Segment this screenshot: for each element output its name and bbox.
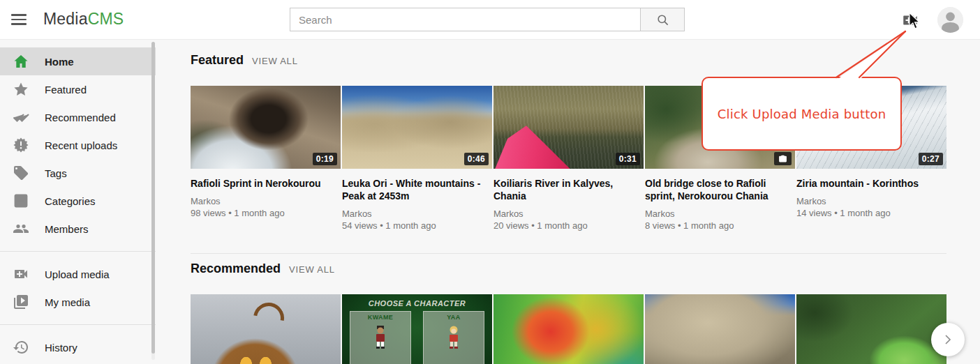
sidebar-item-categories[interactable]: Categories (0, 187, 156, 215)
sidebar-item-upload-media[interactable]: Upload media (0, 260, 156, 288)
search-icon (656, 13, 669, 26)
scrollbar-thumb[interactable] (151, 42, 155, 354)
sidebar-item-recommended[interactable]: Recommended (0, 103, 156, 131)
sidebar-item-label: Tags (45, 167, 67, 179)
video-card[interactable]: 0:46 Leuka Ori - White mountains - Peak … (342, 86, 492, 241)
video-library-icon (13, 294, 29, 310)
section-title: Recommended (191, 261, 281, 276)
sidebar-item-featured[interactable]: Featured (0, 75, 156, 103)
featured-section-header: Featured VIEW ALL (191, 53, 946, 68)
recommended-section-header: Recommended VIEW ALL (191, 261, 946, 276)
thumb-game-panel: YAA Select (423, 311, 484, 364)
history-icon (13, 339, 29, 356)
video-thumbnail[interactable] (796, 294, 946, 364)
recommended-video-row: CHOOSE A CHARACTER KWAME Selected YAA Se… (191, 294, 946, 364)
search-button[interactable] (641, 8, 685, 31)
search-bar (290, 8, 685, 31)
video-meta: 14 views • 1 month ago (796, 207, 946, 219)
view-all-link[interactable]: VIEW ALL (252, 56, 298, 66)
carousel-next-button[interactable] (931, 323, 965, 356)
sidebar-item-label: Categories (45, 195, 96, 207)
duration-badge: 0:46 (464, 153, 489, 165)
sidebar-item-recent-uploads[interactable]: Recent uploads (0, 131, 156, 159)
video-thumbnail[interactable]: 0:31 (493, 86, 644, 169)
top-actions (901, 0, 963, 40)
video-thumbnail[interactable] (645, 294, 795, 364)
sidebar: Home Featured Recommended Recent uploads… (0, 40, 156, 364)
video-title[interactable]: Rafioli Sprint in Nerokourou (191, 177, 341, 190)
thumb-game-name: KWAME (368, 314, 394, 321)
search-input[interactable] (290, 8, 641, 31)
video-card[interactable] (493, 294, 644, 364)
video-author[interactable]: Markos (645, 208, 795, 220)
video-card[interactable] (191, 294, 341, 364)
upload-media-icon (901, 11, 919, 29)
video-thumbnail[interactable] (191, 294, 341, 364)
video-title[interactable]: Ziria mountain - Korinthos (796, 177, 946, 190)
sidebar-item-label: History (45, 342, 77, 354)
video-meta: 8 views • 1 month ago (645, 220, 795, 232)
video-title[interactable]: Leuka Ori - White mountains - Peak at 24… (342, 177, 492, 202)
video-author[interactable]: Markos (796, 195, 946, 207)
video-card[interactable] (796, 294, 946, 364)
sidebar-scrollbar[interactable] (151, 42, 155, 360)
person-icon (937, 7, 963, 33)
chevron-right-icon (942, 333, 954, 346)
photo-badge (774, 152, 792, 165)
top-bar: MediaCMS (0, 0, 980, 40)
video-author[interactable]: Markos (342, 208, 492, 220)
sidebar-item-label: Upload media (45, 268, 110, 280)
video-thumbnail[interactable]: 0:19 (191, 86, 341, 169)
tag-icon (13, 165, 29, 181)
video-thumbnail[interactable] (493, 294, 644, 364)
sidebar-item-label: Members (45, 223, 89, 235)
star-icon (13, 81, 29, 98)
annotation-callout: Click Upload Media button (701, 77, 902, 151)
section-divider (191, 253, 946, 254)
sidebar-item-label: Recent uploads (45, 139, 117, 151)
sidebar-item-label: Featured (45, 84, 87, 96)
sidebar-item-my-media[interactable]: My media (0, 288, 156, 316)
video-author[interactable]: Markos (493, 208, 644, 220)
camera-icon (778, 154, 787, 163)
logo[interactable]: MediaCMS (43, 10, 124, 29)
video-author[interactable]: Markos (191, 195, 341, 207)
list-icon (13, 192, 29, 209)
view-all-link[interactable]: VIEW ALL (289, 264, 335, 275)
sidebar-divider (0, 324, 156, 325)
video-card[interactable]: CHOOSE A CHARACTER KWAME Selected YAA Se… (342, 294, 492, 364)
sidebar-item-label: Home (45, 56, 74, 68)
video-thumbnail[interactable]: CHOOSE A CHARACTER KWAME Selected YAA Se… (342, 294, 492, 364)
avatar[interactable] (937, 7, 963, 33)
video-meta: 20 views • 1 month ago (493, 220, 644, 232)
upload-media-icon (13, 266, 29, 282)
sidebar-item-tags[interactable]: Tags (0, 159, 156, 187)
video-thumbnail[interactable]: 0:46 (342, 86, 492, 169)
duration-badge: 0:31 (616, 153, 640, 165)
done-all-icon (13, 109, 29, 126)
sidebar-item-history[interactable]: History (0, 333, 156, 361)
new-releases-icon (13, 137, 29, 153)
annotation-text: Click Upload Media button (718, 107, 886, 121)
video-meta: 54 views • 1 month ago (342, 220, 492, 232)
sidebar-item-home[interactable]: Home (0, 47, 156, 75)
upload-media-button[interactable] (901, 11, 919, 29)
video-meta: 98 views • 1 month ago (191, 207, 341, 219)
sidebar-item-label: My media (45, 296, 90, 308)
people-icon (13, 220, 29, 237)
duration-badge: 0:19 (313, 153, 337, 165)
thumb-game-panels: KWAME Selected YAA Select (342, 308, 492, 364)
video-title[interactable]: Old bridge close to Rafioli sprint, Nero… (645, 177, 795, 202)
sidebar-divider (0, 251, 156, 252)
character-sprite (373, 325, 388, 349)
video-card[interactable]: 0:19 Rafioli Sprint in Nerokourou Markos… (191, 86, 341, 241)
video-title[interactable]: Koiliaris River in Kalyves, Chania (493, 177, 644, 202)
sidebar-item-members[interactable]: Members (0, 215, 156, 243)
video-card[interactable]: 0:31 Koiliaris River in Kalyves, Chania … (493, 86, 644, 241)
sidebar-item-label: Recommended (45, 112, 116, 123)
thumb-game-panel: KWAME Selected (350, 311, 411, 364)
home-icon (13, 53, 29, 70)
logo-media: Media (43, 10, 88, 28)
video-card[interactable] (645, 294, 795, 364)
menu-icon[interactable] (11, 12, 28, 27)
